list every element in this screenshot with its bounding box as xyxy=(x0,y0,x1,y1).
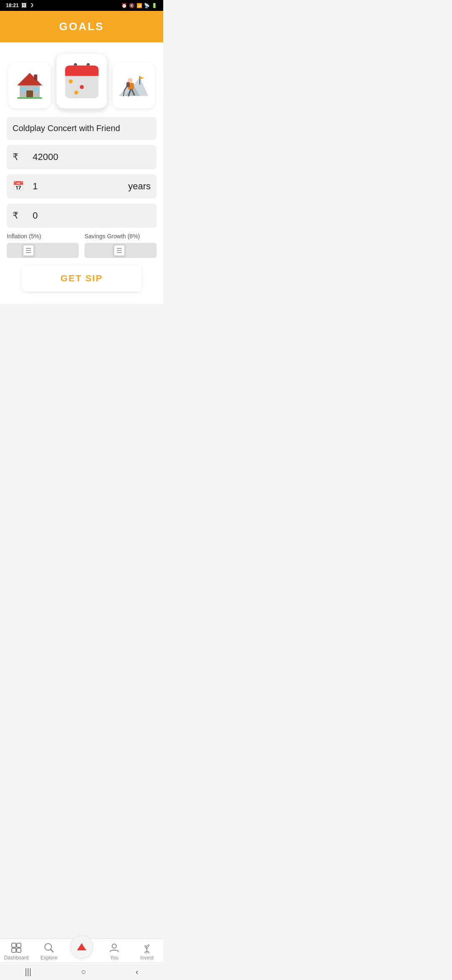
photo-icon: 🖼 xyxy=(21,3,26,8)
savings-row[interactable]: ₹ 0 xyxy=(7,204,157,228)
svg-point-12 xyxy=(69,79,73,83)
grip2-line-1 xyxy=(117,248,122,249)
svg-marker-29 xyxy=(140,76,144,80)
form-area: Coldplay Concert with Friend ₹ 42000 📅 1… xyxy=(0,117,163,304)
duration-row[interactable]: 📅 1 years xyxy=(7,174,157,199)
grip-line-3 xyxy=(26,252,31,253)
svg-point-25 xyxy=(85,90,90,95)
svg-point-14 xyxy=(80,79,84,83)
category-row xyxy=(0,42,163,117)
svg-point-24 xyxy=(80,90,84,95)
grip2-line-2 xyxy=(117,250,122,251)
savings-growth-thumb[interactable] xyxy=(113,245,125,256)
moon-icon: ☽ xyxy=(29,3,33,8)
battery-icon: 🔋 xyxy=(152,3,157,8)
hiker-icon xyxy=(117,69,150,102)
svg-rect-4 xyxy=(21,88,26,92)
svg-rect-5 xyxy=(34,88,38,92)
svg-rect-6 xyxy=(17,97,42,99)
savings-input[interactable] xyxy=(33,210,151,221)
savings-growth-label: Savings Growth (8%) xyxy=(85,233,157,240)
svg-point-16 xyxy=(91,79,95,83)
inflation-track[interactable] xyxy=(7,243,79,258)
inflation-thumb[interactable] xyxy=(23,245,34,256)
svg-point-23 xyxy=(74,90,78,95)
svg-point-13 xyxy=(74,79,78,83)
svg-point-20 xyxy=(85,85,90,89)
category-home[interactable] xyxy=(8,62,51,108)
rupee-icon-amount: ₹ xyxy=(13,152,26,162)
time-display: 18:21 xyxy=(6,3,19,8)
duration-unit: years xyxy=(128,181,151,192)
amount-row[interactable]: ₹ 42000 xyxy=(7,145,157,169)
signal-icon: 📡 xyxy=(144,3,150,8)
svg-rect-3 xyxy=(26,90,33,97)
page-header: GOALS xyxy=(0,11,163,42)
wifi-icon: 📶 xyxy=(136,3,142,8)
goal-name-input[interactable] xyxy=(13,124,151,133)
svg-point-15 xyxy=(85,79,90,83)
savings-growth-track[interactable] xyxy=(85,243,157,258)
grip-line-1 xyxy=(26,248,31,249)
goal-name-row[interactable]: Coldplay Concert with Friend xyxy=(7,117,157,140)
svg-point-21 xyxy=(91,85,95,89)
page-title: GOALS xyxy=(0,20,163,33)
calendar-icon xyxy=(62,62,102,101)
grip2-line-3 xyxy=(117,252,122,253)
status-icons: ⏰ 🔇 📶 📡 🔋 xyxy=(121,3,157,8)
house-icon xyxy=(13,69,46,102)
category-calendar[interactable] xyxy=(56,54,107,108)
status-bar: 18:21 🖼 ☽ ⏰ 🔇 📶 📡 🔋 xyxy=(0,0,163,11)
svg-point-22 xyxy=(69,90,73,95)
sliders-row: Inflation (5%) Savings Growth (8%) xyxy=(7,233,157,258)
savings-growth-slider-group: Savings Growth (8%) xyxy=(85,233,157,258)
svg-point-19 xyxy=(80,85,84,89)
svg-marker-0 xyxy=(17,73,42,85)
calendar-input-icon: 📅 xyxy=(13,181,26,192)
rupee-icon-savings: ₹ xyxy=(13,210,26,221)
svg-point-18 xyxy=(74,85,78,89)
bottom-spacer xyxy=(0,304,163,354)
get-sip-button[interactable]: GET SIP xyxy=(22,266,141,291)
slider-thumb-grip xyxy=(26,248,31,253)
svg-rect-11 xyxy=(65,72,98,76)
duration-input[interactable] xyxy=(33,181,123,192)
inflation-label: Inflation (5%) xyxy=(7,233,79,240)
slider-thumb-grip-2 xyxy=(117,248,122,253)
mute-icon: 🔇 xyxy=(129,3,135,8)
alarm-icon: ⏰ xyxy=(121,3,127,8)
inflation-slider-group: Inflation (5%) xyxy=(7,233,79,258)
svg-rect-1 xyxy=(34,75,37,80)
svg-point-17 xyxy=(69,85,73,89)
category-travel[interactable] xyxy=(113,62,155,108)
status-time: 18:21 🖼 ☽ xyxy=(6,3,33,8)
grip-line-2 xyxy=(26,250,31,251)
amount-input[interactable] xyxy=(33,152,151,162)
